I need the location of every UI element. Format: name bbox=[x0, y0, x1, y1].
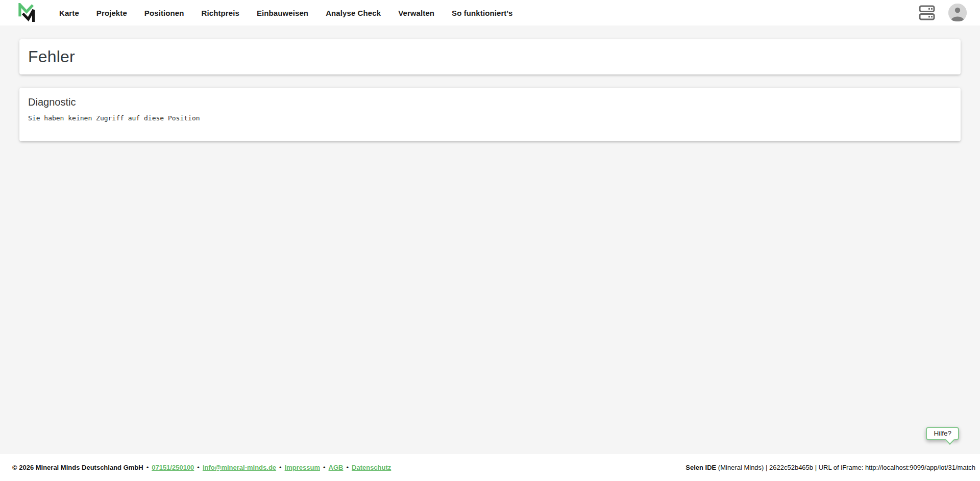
diagnostic-card: Diagnostic Sie haben keinen Zugriff auf … bbox=[19, 88, 961, 141]
diagnostic-heading: Diagnostic bbox=[28, 96, 952, 108]
user-avatar-icon bbox=[948, 4, 967, 22]
nav-item-verwalten[interactable]: Verwalten bbox=[398, 9, 434, 17]
footer-link-agb[interactable]: AGB bbox=[329, 464, 344, 471]
avatar bbox=[948, 4, 967, 22]
nav-item-einbauweisen[interactable]: Einbauweisen bbox=[257, 9, 308, 17]
server-status-button[interactable] bbox=[918, 5, 936, 21]
copyright-text: © 2026 Mineral Minds Deutschland GmbH bbox=[12, 464, 143, 471]
footer-separator: • bbox=[323, 464, 326, 471]
logo-m-icon bbox=[18, 3, 35, 23]
server-icon bbox=[918, 5, 936, 21]
main-nav: KarteProjektePositionenRichtpreisEinbauw… bbox=[59, 9, 513, 17]
user-avatar-button[interactable] bbox=[948, 4, 967, 22]
debug-info: Selen IDE (Mineral Minds) | 2622c52b465b… bbox=[685, 464, 975, 471]
nav-item-karte[interactable]: Karte bbox=[59, 9, 79, 17]
footer: © 2026 Mineral Minds Deutschland GmbH •0… bbox=[0, 454, 980, 481]
footer-link-07151-250100[interactable]: 07151/250100 bbox=[152, 464, 194, 471]
nav-item-richtpreis[interactable]: Richtpreis bbox=[202, 9, 239, 17]
ide-brand-text: Selen IDE bbox=[685, 464, 716, 471]
error-title-card: Fehler bbox=[19, 39, 961, 74]
page-title: Fehler bbox=[28, 47, 75, 66]
nav-item-analyse-check[interactable]: Analyse Check bbox=[326, 9, 381, 17]
footer-link-impressum[interactable]: Impressum bbox=[285, 464, 320, 471]
nav-item-so-funktioniert-s[interactable]: So funktioniert's bbox=[452, 9, 512, 17]
mineral-minds-logo[interactable] bbox=[18, 3, 35, 23]
top-nav-bar: KarteProjektePositionenRichtpreisEinbauw… bbox=[0, 0, 980, 26]
footer-separator: • bbox=[346, 464, 349, 471]
content-area: Fehler Diagnostic Sie haben keinen Zugri… bbox=[0, 26, 980, 141]
iframe-url-text: (Mineral Minds) | 2622c52b465b | URL of … bbox=[716, 464, 975, 471]
diagnostic-message: Sie haben keinen Zugriff auf diese Posit… bbox=[28, 114, 952, 122]
footer-link-datenschutz[interactable]: Datenschutz bbox=[352, 464, 391, 471]
nav-item-projekte[interactable]: Projekte bbox=[96, 9, 127, 17]
footer-link-info-mineral-minds-de[interactable]: info@mineral-minds.de bbox=[203, 464, 276, 471]
help-button[interactable]: Hilfe? bbox=[926, 427, 959, 440]
footer-separator: • bbox=[279, 464, 282, 471]
nav-item-positionen[interactable]: Positionen bbox=[144, 9, 184, 17]
footer-separator: • bbox=[197, 464, 200, 471]
footer-separator: • bbox=[146, 464, 149, 471]
topbar-actions bbox=[918, 4, 967, 22]
footer-links: © 2026 Mineral Minds Deutschland GmbH •0… bbox=[12, 464, 391, 471]
